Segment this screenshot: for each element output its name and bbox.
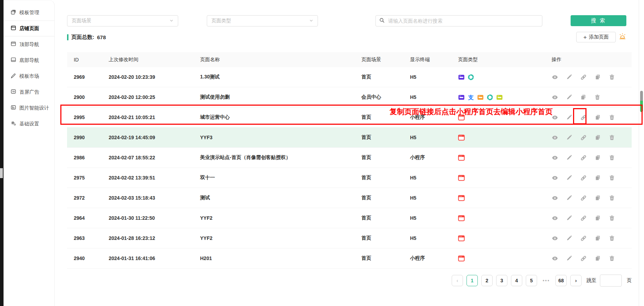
view-icon-button[interactable] xyxy=(552,175,558,181)
sidebar-item-label: 店铺页面 xyxy=(19,25,39,32)
edit-icon-button[interactable] xyxy=(566,74,572,80)
column-header-6: 操作 xyxy=(543,57,632,63)
copy-icon-button[interactable] xyxy=(595,134,601,141)
cell-terminal: H5 xyxy=(410,235,458,241)
app-lime-icon xyxy=(496,94,503,101)
link-icon-button[interactable] xyxy=(580,235,587,242)
sidebar-item-template-management[interactable]: 模板管理 xyxy=(4,5,54,20)
cell-page-type xyxy=(458,195,543,201)
delete-icon-button[interactable] xyxy=(609,175,615,181)
prev-page-button[interactable]: ‹ xyxy=(452,275,463,286)
jump-page-input[interactable] xyxy=(600,275,622,287)
delete-icon-button[interactable] xyxy=(609,154,615,161)
sidebar-item-basic-settings[interactable]: 基础设置 xyxy=(4,116,54,132)
cell-terminal: 小程序 xyxy=(410,114,458,120)
page-scene-select[interactable]: 页面场景 xyxy=(67,15,178,27)
edit-icon-button[interactable] xyxy=(566,154,572,161)
page-button-2[interactable]: 2 xyxy=(481,275,493,286)
delete-icon-button[interactable] xyxy=(609,134,615,141)
edit-icon-button[interactable] xyxy=(566,255,572,261)
alarm-icon[interactable] xyxy=(619,33,626,42)
copy-icon-button[interactable] xyxy=(595,74,601,80)
view-icon-button[interactable] xyxy=(552,235,558,242)
window-edge-strip xyxy=(0,0,4,306)
edit-icon-button[interactable] xyxy=(566,114,572,120)
view-icon-button[interactable] xyxy=(552,154,558,161)
pages-table: ID上次修改时间页面名称页面场景显示终端页面类型操作 29692024-02-2… xyxy=(67,52,632,269)
delete-icon-button[interactable] xyxy=(609,255,615,261)
copy-icon-button[interactable] xyxy=(595,215,601,221)
search-input[interactable] xyxy=(387,18,538,24)
view-icon-button[interactable] xyxy=(552,255,558,262)
column-header-4: 显示终端 xyxy=(410,57,458,63)
column-header-5: 页面类型 xyxy=(458,57,543,63)
link-icon-button[interactable] xyxy=(580,255,587,262)
sidebar-item-image-smart-design[interactable]: 图片智能设计 xyxy=(4,100,54,116)
cell-page-name: 双十一 xyxy=(200,175,361,181)
edit-icon-button[interactable] xyxy=(566,94,572,100)
search-button[interactable]: 搜 索 xyxy=(571,15,626,26)
link-icon-button[interactable] xyxy=(580,134,587,141)
copy-icon-button[interactable] xyxy=(595,235,601,241)
copy-icon-button[interactable] xyxy=(595,195,601,201)
edit-icon-button[interactable] xyxy=(566,195,572,201)
delete-icon-button[interactable] xyxy=(609,215,615,221)
sidebar-item-template-market[interactable]: 模板市场 xyxy=(4,68,54,84)
column-header-3: 页面场景 xyxy=(361,57,410,63)
view-icon-button[interactable] xyxy=(552,74,558,81)
copy-icon-button[interactable] xyxy=(595,154,601,161)
alipay-icon: 支 xyxy=(468,94,474,101)
view-icon-button[interactable] xyxy=(552,134,558,141)
cell-id: 2986 xyxy=(74,155,109,160)
copy-icon-button[interactable] xyxy=(580,94,586,100)
page-red-icon xyxy=(458,195,465,201)
view-icon-button[interactable] xyxy=(552,114,558,121)
copy-icon-button[interactable] xyxy=(595,114,601,120)
delete-icon-button[interactable] xyxy=(609,114,615,120)
delete-icon-button[interactable] xyxy=(609,235,615,241)
view-icon-button[interactable] xyxy=(552,94,558,101)
page-button-5[interactable]: 5 xyxy=(526,275,537,286)
sidebar-item-bottom-nav[interactable]: 底部导航 xyxy=(4,52,54,68)
add-page-button[interactable]: + 添加页面 xyxy=(576,32,616,42)
sidebar-item-splash-ad[interactable]: 首屏广告 xyxy=(4,84,54,100)
edit-icon-button[interactable] xyxy=(566,215,572,221)
link-icon-button[interactable] xyxy=(580,154,587,161)
search-box xyxy=(375,15,542,27)
scrollbar-track xyxy=(639,0,639,306)
delete-icon-button[interactable] xyxy=(594,94,601,100)
edit-icon-button[interactable] xyxy=(566,235,572,241)
link-icon-button[interactable] xyxy=(580,175,587,181)
sidebar-item-top-nav[interactable]: 顶部导航 xyxy=(4,36,54,52)
total-count-label: 页面总数: xyxy=(71,34,94,41)
delete-icon-button[interactable] xyxy=(609,195,615,201)
cell-id: 2900 xyxy=(74,94,109,100)
link-icon-button[interactable] xyxy=(580,114,587,121)
next-page-button[interactable]: › xyxy=(570,275,582,286)
table-header-row: ID上次修改时间页面名称页面场景显示终端页面类型操作 xyxy=(67,52,632,67)
page-button-1[interactable]: 1 xyxy=(467,275,478,286)
page-button-68[interactable]: 68 xyxy=(555,275,567,286)
cell-terminal: H5 xyxy=(410,94,458,100)
cell-page-name: 测试使用勿删 xyxy=(200,94,361,100)
sidebar-item-shop-pages[interactable]: 店铺页面 xyxy=(4,20,54,36)
page-type-select[interactable]: 页面类型 xyxy=(207,15,318,27)
link-icon-button[interactable] xyxy=(580,215,587,222)
scrollbar-thumb[interactable] xyxy=(640,91,643,112)
page-scene-select-value: 页面场景 xyxy=(72,18,91,24)
copy-icon-button[interactable] xyxy=(595,255,601,261)
delete-icon-button[interactable] xyxy=(609,74,615,80)
view-icon-button[interactable] xyxy=(552,195,558,201)
link-icon-button[interactable] xyxy=(580,74,587,81)
edit-icon-button[interactable] xyxy=(566,134,572,141)
page-button-4[interactable]: 4 xyxy=(511,275,522,286)
copy-icon-button[interactable] xyxy=(595,175,601,181)
cell-id: 2963 xyxy=(74,235,109,241)
cell-page-scene: 首页 xyxy=(361,134,410,141)
page-button-3[interactable]: 3 xyxy=(496,275,507,286)
cell-page-type xyxy=(458,154,543,161)
edit-icon-button[interactable] xyxy=(566,175,572,181)
view-icon-button[interactable] xyxy=(552,215,558,222)
link-icon-button[interactable] xyxy=(580,195,587,201)
cell-id: 2995 xyxy=(74,114,109,120)
